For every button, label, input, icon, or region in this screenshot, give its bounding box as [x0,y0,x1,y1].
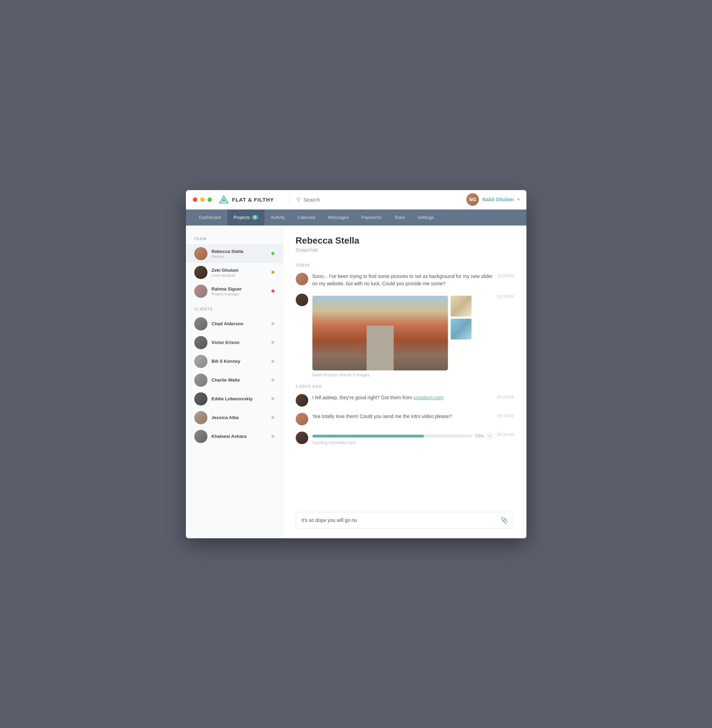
progress-filename: Sending introvideo.mp4 [312,440,493,445]
message-time: 08:34AM [497,431,513,437]
message-content: I fell asleep, they're good right? Got t… [312,394,493,401]
titlebar: FLAT & FILTHY ⚲ NG Nabil Ghulam ▾ [186,190,527,209]
nav-item-messages[interactable]: Messages [322,209,355,225]
progress-wrap: 70% ✕ Sending introvideo.mp4 [312,433,493,445]
sidebar-item-khaleesi[interactable]: Khaleesi Ashara [186,427,283,446]
chat-input-wrap: It's so dope you will go nu 📎 [296,512,514,529]
sidebar-item-rahma[interactable]: Rahma Siguer Project manager [186,282,283,301]
logo: FLAT & FILTHY [219,195,274,204]
person-info: Khaleesi Ashara [212,434,271,439]
message-time: 08:33AM [497,413,513,418]
user-area: NG Nabil Ghulam ▾ [466,193,519,206]
street-image [312,296,448,371]
nav-item-payments[interactable]: Payments [355,209,388,225]
progress-fill [312,435,424,437]
status-dot [271,378,274,381]
message-content: 70% ✕ Sending introvideo.mp4 [312,431,493,445]
avatar [194,374,208,387]
thumbnail-2[interactable] [451,319,472,340]
sidebar-item-zeki[interactable]: Zeki Ghulam Lead designer [186,263,283,282]
message-content: Nabil Ghulam shared 3 images. [312,294,493,377]
status-dot [271,322,274,325]
thumbnail-stack [451,296,472,371]
status-dot [271,435,274,438]
message-text: Sooo... I've been trying to find some pi… [312,273,493,288]
minimize-button[interactable] [200,197,205,202]
message-content: Yea totally love them! Could you send me… [312,413,493,420]
app-name: FLAT & FILTHY [232,197,274,203]
status-dot [271,252,274,255]
chat-header: Rebecca Stella Snapchat [296,235,514,253]
sidebar-item-eddie[interactable]: Eddie Lobanovskiy [186,390,283,408]
search-input[interactable] [303,197,466,203]
person-info: Rahma Siguer Project manager [212,286,271,296]
search-bar: ⚲ [297,196,466,203]
avatar [194,430,208,443]
cancel-upload-button[interactable]: ✕ [487,433,493,439]
avatar [194,317,208,331]
message-time: 10:30PM [497,294,513,299]
day-label-ago: 3 DAYS AGO [296,384,514,388]
status-dot [271,360,274,363]
nav-item-settings[interactable]: Settings [411,209,440,225]
thumbnail-1[interactable] [451,296,472,317]
avatar [194,411,208,424]
avatar [194,247,208,260]
person-info: Charlie Waite [212,377,271,383]
sidebar-item-victor[interactable]: Victor Erixon [186,333,283,352]
sidebar: TEAM Rebecca Stella Partner Zeki Ghulam … [186,225,283,538]
message-row: I fell asleep, they're good right? Got t… [296,394,514,406]
nav-item-calendar[interactable]: Calendar [291,209,322,225]
avatar [296,394,308,406]
sidebar-item-bill[interactable]: Bill S Kenney [186,352,283,371]
chat-messages: TODAY Sooo... I've been trying to find s… [296,255,514,505]
unsplash-link[interactable]: unsplash.com [414,395,444,400]
person-info: Rebecca Stella Partner [212,249,271,258]
message-content: Sooo... I've been trying to find some pi… [312,273,493,288]
avatar [194,266,208,279]
message-row: Sooo... I've been trying to find some pi… [296,273,514,288]
search-icon: ⚲ [297,196,301,203]
message-text: I fell asleep, they're good right? Got t… [312,394,493,401]
nav-item-team[interactable]: Team [388,209,411,225]
chat-person-name: Rebecca Stella [296,235,514,246]
user-initials: NG [469,197,476,202]
progress-bar-container: 70% ✕ [312,433,493,439]
sidebar-item-jessica[interactable]: Jessica Alba [186,408,283,427]
message-row: 70% ✕ Sending introvideo.mp4 08:34AM [296,431,514,445]
message-row: Nabil Ghulam shared 3 images. 10:30PM [296,294,514,377]
day-label-today: TODAY [296,263,514,267]
sidebar-item-rebecca[interactable]: Rebecca Stella Partner [186,244,283,263]
projects-badge: 3 [252,215,258,219]
person-info: Zeki Ghulam Lead designer [212,268,271,277]
message-row: Yea totally love them! Could you send me… [296,413,514,426]
person-info: Victor Erixon [212,340,271,345]
sidebar-item-charlie[interactable]: Charlie Waite [186,371,283,390]
chat-input[interactable]: It's so dope you will go nu [302,517,500,523]
user-name: Nabil Ghulam [482,197,513,202]
app-window: FLAT & FILTHY ⚲ NG Nabil Ghulam ▾ Dashbo… [186,190,527,538]
status-dot [271,416,274,419]
person-info: Chad Alderson [212,321,271,326]
avatar [296,273,308,285]
divider [289,194,289,205]
person-info: Bill S Kenney [212,359,271,364]
attach-icon[interactable]: 📎 [500,516,508,524]
navbar: Dashboard Projects 3 Activity Calendar M… [186,209,527,225]
close-button[interactable] [193,197,197,202]
avatar [194,285,208,298]
nav-item-activity[interactable]: Activity [264,209,291,225]
nav-item-dashboard[interactable]: Dashboard [193,209,228,225]
maximize-button[interactable] [208,197,212,202]
status-dot [271,397,274,400]
team-section-label: TEAM [186,237,283,244]
window-controls [193,197,212,202]
status-dot [271,341,274,344]
sidebar-item-chad[interactable]: Chad Alderson [186,314,283,333]
status-dot [271,271,274,274]
main-image[interactable] [312,296,448,371]
nav-item-projects[interactable]: Projects 3 [227,209,264,225]
avatar [296,431,308,444]
chevron-down-icon[interactable]: ▾ [518,197,519,202]
shared-label: Nabil Ghulam shared 3 images. [312,372,493,377]
